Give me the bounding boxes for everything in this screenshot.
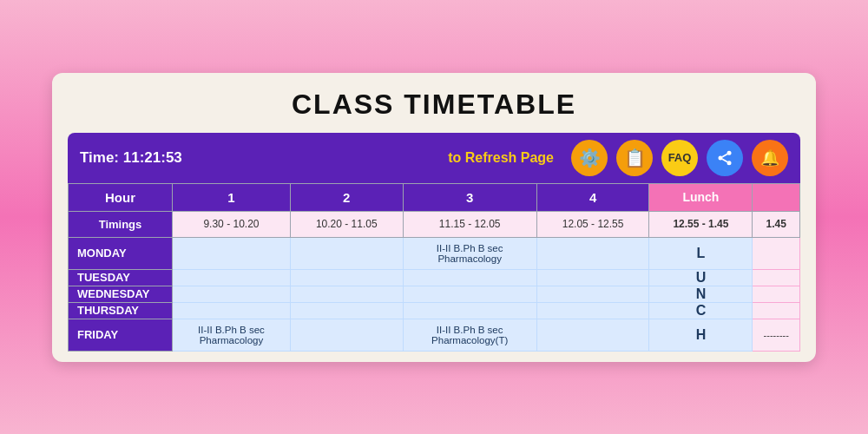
monday-3: II-II B.Ph B secPharmacology — [403, 237, 536, 269]
table-row: WEDNESDAY N — [69, 286, 800, 302]
monday-1 — [173, 237, 291, 269]
monday-extra — [753, 237, 800, 269]
timing-lunch: 12.55 - 1.45 — [649, 211, 753, 237]
thursday-3 — [403, 302, 536, 319]
svg-point-1 — [719, 155, 723, 160]
share-icon[interactable] — [707, 140, 743, 176]
day-wednesday: WEDNESDAY — [69, 286, 173, 302]
hour-4: 4 — [536, 183, 649, 211]
table-row: FRIDAY II-II B.Ph B secPharmacology II-I… — [69, 319, 800, 351]
thursday-lunch: C — [649, 302, 753, 319]
tuesday-1 — [173, 269, 291, 286]
friday-2 — [290, 319, 403, 351]
day-friday: FRIDAY — [69, 319, 173, 351]
timings-label: Timings — [69, 211, 173, 237]
timing-3: 11.15 - 12.05 — [403, 211, 536, 237]
table-row: MONDAY II-II B.Ph B secPharmacology L — [69, 237, 800, 269]
hour-extra — [753, 183, 800, 211]
tuesday-3 — [403, 269, 536, 286]
friday-lunch: H — [649, 319, 753, 351]
tuesday-lunch: U — [649, 269, 753, 286]
refresh-label: to Refresh Page — [448, 150, 554, 166]
wednesday-extra — [753, 286, 800, 302]
wednesday-2 — [290, 286, 403, 302]
friday-1: II-II B.Ph B secPharmacology — [173, 319, 291, 351]
lunch-header: Lunch — [649, 183, 753, 211]
day-tuesday: TUESDAY — [69, 269, 173, 286]
monday-lunch: L — [649, 237, 753, 269]
thursday-extra — [753, 302, 800, 319]
hour-header-row: Hour 1 2 3 4 Lunch — [69, 183, 800, 211]
top-bar: Time: 11:21:53 to Refresh Page ⚙️ 📋 FAQ … — [68, 133, 800, 183]
wednesday-4 — [536, 286, 649, 302]
table-row: TUESDAY U — [69, 269, 800, 286]
tuesday-4 — [536, 269, 649, 286]
timing-4: 12.05 - 12.55 — [536, 211, 649, 237]
timings-header-row: Timings 9.30 - 10.20 10.20 - 11.05 11.15… — [69, 211, 800, 237]
friday-3: II-II B.Ph B secPharmacology(T) — [403, 319, 536, 351]
wednesday-lunch: N — [649, 286, 753, 302]
monday-2 — [290, 237, 403, 269]
svg-point-2 — [727, 161, 732, 165]
hour-header-label: Hour — [69, 183, 173, 211]
timetable: Hour 1 2 3 4 Lunch Timings 9.30 - 10.20 … — [68, 183, 800, 352]
tuesday-extra — [753, 269, 800, 286]
thursday-1 — [173, 302, 291, 319]
friday-4 — [536, 319, 649, 351]
faq-icon[interactable]: FAQ — [661, 140, 698, 176]
hour-1: 1 — [173, 183, 291, 211]
timing-1: 9.30 - 10.20 — [173, 211, 291, 237]
timing-extra: 1.45 — [753, 211, 800, 237]
day-monday: MONDAY — [69, 237, 173, 269]
wednesday-1 — [173, 286, 291, 302]
main-container: CLASS TIMETABLE Time: 11:21:53 to Refres… — [52, 73, 816, 362]
friday-extra: -------- — [753, 319, 800, 351]
time-display: Time: 11:21:53 — [80, 149, 439, 167]
wednesday-3 — [403, 286, 536, 302]
table-row: THURSDAY C — [69, 302, 800, 319]
monday-4 — [536, 237, 649, 269]
timing-2: 10.20 - 11.05 — [290, 211, 403, 237]
bell-icon[interactable]: 🔔 — [752, 140, 788, 176]
gear-icon[interactable]: ⚙️ — [571, 140, 608, 176]
svg-line-4 — [722, 154, 727, 156]
hour-2: 2 — [290, 183, 403, 211]
day-thursday: THURSDAY — [69, 302, 173, 319]
hour-3: 3 — [403, 183, 536, 211]
thursday-2 — [290, 302, 403, 319]
notepad-icon[interactable]: 📋 — [616, 140, 653, 176]
page-title: CLASS TIMETABLE — [68, 89, 800, 121]
tuesday-2 — [290, 269, 403, 286]
svg-point-0 — [727, 150, 732, 155]
thursday-4 — [536, 302, 649, 319]
svg-line-3 — [722, 159, 727, 161]
